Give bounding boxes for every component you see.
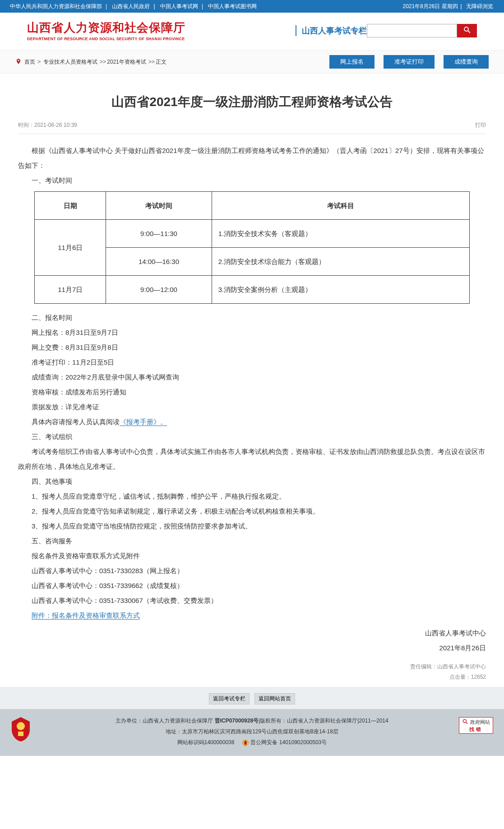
- gov-error-report[interactable]: 政府网站 找错: [459, 717, 493, 734]
- article: 山西省2021年度一级注册消防工程师资格考试公告 时间：2021-08-26 1…: [0, 74, 504, 687]
- signature-org: 山西省人事考试中心: [18, 625, 486, 640]
- svg-point-0: [464, 27, 468, 31]
- print-link[interactable]: 打印: [475, 121, 486, 129]
- topbar-link-1[interactable]: 山西省人民政府: [110, 3, 152, 9]
- search-icon: [463, 26, 471, 35]
- s5-line-1: 山西省人事考试中心：0351-7330283（网上报名）: [18, 563, 486, 578]
- topbar-right: 2021年8月26日 星期四| 无障碍浏览: [400, 3, 496, 10]
- s2-line-2: 准考证打印：11月2日至5日: [18, 355, 486, 370]
- search-box: [367, 24, 477, 37]
- article-body: 根据《山西省人事考试中心 关于做好山西省2021年度一级注册消防工程师资格考试考…: [18, 143, 486, 682]
- footer-line-1: 主办单位：山西省人力资源和社会保障厅 晋ICP07000928号|版权所有：山西…: [0, 715, 504, 726]
- footer-line-3: 网站标识码1400000038 晋公网安备 14010902000503号: [0, 737, 504, 748]
- back-to-column[interactable]: 返回考试专栏: [209, 693, 250, 704]
- exam-schedule-table: 日期 考试时间 考试科目 11月6日 9:00—11:30 1.消防安全技术实务…: [34, 191, 469, 304]
- action-buttons: 网上报名 准考证打印 成绩查询: [329, 55, 489, 69]
- cell-subject-2: 3.消防安全案例分析（主观题）: [212, 276, 469, 304]
- svg-line-5: [466, 722, 468, 724]
- section-5-title: 五、咨询服务: [18, 533, 486, 548]
- svg-line-1: [468, 31, 470, 33]
- cell-time-2: 9:00—12:00: [106, 276, 212, 304]
- cell-subject-0: 1.消防安全技术实务（客观题）: [212, 220, 469, 248]
- section-2-title: 二、报名时间: [18, 310, 486, 325]
- svg-rect-3: [18, 732, 23, 736]
- s2-line-5: 票据发放：详见准考证: [18, 399, 486, 414]
- signature-date: 2021年8月26日: [18, 640, 486, 655]
- btn-score-query[interactable]: 成绩查询: [444, 55, 489, 69]
- cell-subject-1: 2.消防安全技术综合能力（客观题）: [212, 248, 469, 276]
- cell-time-0: 9:00—11:30: [106, 220, 212, 248]
- cell-time-1: 14:00—16:30: [106, 248, 212, 276]
- section-3-title: 三、考试组织: [18, 429, 486, 444]
- s2-line-0: 网上报名：8月31日至9月7日: [18, 325, 486, 340]
- section-1-title: 一、考试时间: [18, 173, 486, 188]
- svg-point-4: [463, 719, 466, 722]
- s3-paragraph: 考试考务组织工作由省人事考试中心负责，具体考试实施工作由各市人事考试机构负责，资…: [18, 444, 486, 474]
- sub-bar: 首页 > 专业技术人员资格考试 >> 2021年资格考试 >> 正文 网上报名 …: [0, 50, 504, 74]
- column-title: 山西人事考试专栏: [296, 25, 367, 36]
- topbar-link-0[interactable]: 中华人民共和国人力资源和社会保障部: [8, 3, 104, 9]
- crumb-2[interactable]: 2021年资格考试: [106, 58, 147, 66]
- topbar-date: 2021年8月26日 星期四: [400, 3, 460, 9]
- footer-line-2: 地址：太原市万柏林区滨河西路南段129号山西焦煤双创基地B座14-18层: [0, 726, 504, 737]
- accessibility-link[interactable]: 无障碍浏览: [463, 3, 496, 9]
- back-buttons-bar: 返回考试专栏 返回网站首页: [0, 687, 504, 709]
- article-time: 时间：2021-08-26 10:39: [18, 121, 77, 129]
- crumb-home[interactable]: 首页: [23, 58, 36, 66]
- topbar-link-3[interactable]: 中国人事考试图书网: [206, 3, 259, 9]
- table-row: 11月7日 9:00—12:00 3.消防安全案例分析（主观题）: [35, 276, 469, 304]
- s2-line-4: 资格审核：成绩发布后另行通知: [18, 384, 486, 399]
- s2-line-1: 网上交费：8月31日至9月8日: [18, 340, 486, 355]
- s5-line-0: 报名条件及资格审查联系方式见附件: [18, 548, 486, 563]
- gov-emblem-icon: [10, 716, 32, 746]
- btn-admission-print[interactable]: 准考证打印: [384, 55, 435, 69]
- th-date: 日期: [35, 192, 106, 220]
- breadcrumb: 首页 > 专业技术人员资格考试 >> 2021年资格考试 >> 正文: [15, 58, 329, 66]
- back-to-home[interactable]: 返回网站首页: [254, 693, 295, 704]
- handbook-link[interactable]: 《报考手册》。: [120, 418, 167, 426]
- s2-line-3: 成绩查询：2022年2月底登录中国人事考试网查询: [18, 370, 486, 384]
- location-icon: [15, 58, 23, 66]
- s5-line-2: 山西省人事考试中心：0351-7339662（成绩复核）: [18, 578, 486, 593]
- s4-line-1: 2、报考人员应自觉遵守告知承诺制规定，履行承诺义务，积极主动配合考试机构核查相关…: [18, 504, 486, 519]
- attachment-link[interactable]: 附件：报名条件及资格审查联系方式: [32, 611, 140, 620]
- s4-line-2: 3、报考人员应自觉遵守当地疫情防控规定，按照疫情防控要求参加考试。: [18, 519, 486, 533]
- attachment-line: 附件：报名条件及资格审查联系方式: [18, 608, 486, 623]
- site-logo[interactable]: 山西省人力资源和社会保障厅 DEPARTMENT OF RESOURCE AND…: [27, 20, 290, 41]
- magnifier-icon: [462, 718, 468, 726]
- click-count: 点击量：12652: [18, 672, 486, 682]
- editor-block: 责任编辑：山西省人事考试中心 点击量：12652: [18, 662, 486, 682]
- article-title: 山西省2021年度一级注册消防工程师资格考试公告: [18, 93, 486, 111]
- site-header: 山西省人力资源和社会保障厅 DEPARTMENT OF RESOURCE AND…: [0, 13, 504, 50]
- handbook-line: 具体内容请报考人员认真阅读《报考手册》。: [18, 414, 486, 429]
- beian-icon: [242, 737, 249, 748]
- topbar-links: 中华人民共和国人力资源和社会保障部| 山西省人民政府| 中国人事考试网| 中国人…: [8, 3, 259, 10]
- article-meta: 时间：2021-08-26 10:39 打印: [18, 121, 486, 134]
- icp-number: 晋ICP07000928号: [215, 718, 259, 724]
- topbar-link-2[interactable]: 中国人事考试网: [158, 3, 200, 9]
- th-time: 考试时间: [106, 192, 212, 220]
- btn-register[interactable]: 网上报名: [329, 55, 375, 69]
- editor-label: 责任编辑：山西省人事考试中心: [18, 662, 486, 672]
- table-header-row: 日期 考试时间 考试科目: [35, 192, 469, 220]
- cell-date-0: 11月6日: [35, 220, 106, 276]
- search-input[interactable]: [367, 24, 457, 37]
- crumb-3: 正文: [155, 58, 167, 66]
- table-row: 11月6日 9:00—11:30 1.消防安全技术实务（客观题）: [35, 220, 469, 248]
- search-button[interactable]: [457, 24, 477, 37]
- top-navbar: 中华人民共和国人力资源和社会保障部| 山西省人民政府| 中国人事考试网| 中国人…: [0, 0, 504, 13]
- svg-point-2: [17, 722, 25, 730]
- logo-cn: 山西省人力资源和社会保障厅: [27, 20, 290, 36]
- section-4-title: 四、其他事项: [18, 474, 486, 489]
- logo-en: DEPARTMENT OF RESOURCE AND SOCIAL SECURI…: [27, 37, 290, 41]
- site-id-code: 网站标识码1400000038: [177, 739, 235, 746]
- crumb-1[interactable]: 专业技术人员资格考试: [42, 58, 98, 66]
- th-subject: 考试科目: [212, 192, 469, 220]
- signature-block: 山西省人事考试中心 2021年8月26日: [18, 625, 486, 655]
- s5-line-3: 山西省人事考试中心：0351-7330067（考试收费、交费发票）: [18, 593, 486, 608]
- site-footer: 政府网站 找错 主办单位：山西省人力资源和社会保障厅 晋ICP07000928号…: [0, 709, 504, 756]
- intro-paragraph: 根据《山西省人事考试中心 关于做好山西省2021年度一级注册消防工程师资格考试考…: [18, 143, 486, 173]
- beian-number: 晋公网安备 14010902000503号: [250, 739, 327, 746]
- s4-line-0: 1、报考人员应自觉遵章守纪，诚信考试，抵制舞弊，维护公平，严格执行报名规定。: [18, 489, 486, 504]
- cell-date-2: 11月7日: [35, 276, 106, 304]
